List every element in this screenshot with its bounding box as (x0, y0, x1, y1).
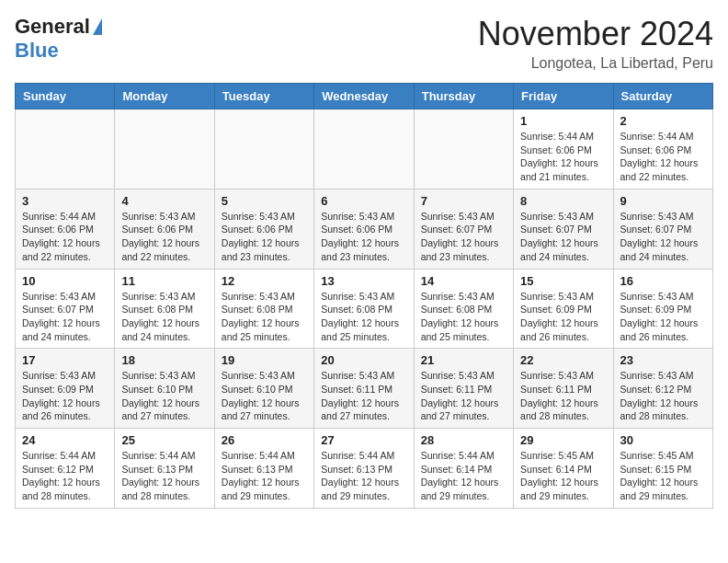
day-number: 4 (121, 194, 207, 208)
day-info: Sunrise: 5:43 AM Sunset: 6:11 PM Dayligh… (520, 369, 606, 423)
day-number: 14 (421, 274, 506, 288)
day-info: Sunrise: 5:43 AM Sunset: 6:12 PM Dayligh… (620, 369, 706, 423)
day-info: Sunrise: 5:43 AM Sunset: 6:11 PM Dayligh… (421, 369, 506, 423)
day-number: 30 (620, 433, 706, 447)
day-cell: 13Sunrise: 5:43 AM Sunset: 6:08 PM Dayli… (314, 269, 414, 349)
day-info: Sunrise: 5:45 AM Sunset: 6:15 PM Dayligh… (620, 449, 706, 503)
day-cell: 22Sunrise: 5:43 AM Sunset: 6:11 PM Dayli… (514, 349, 613, 429)
day-number: 7 (421, 194, 506, 208)
day-cell: 12Sunrise: 5:43 AM Sunset: 6:08 PM Dayli… (214, 269, 313, 349)
day-info: Sunrise: 5:43 AM Sunset: 6:06 PM Dayligh… (321, 210, 406, 264)
day-cell: 3Sunrise: 5:44 AM Sunset: 6:06 PM Daylig… (16, 189, 115, 269)
day-cell: 18Sunrise: 5:43 AM Sunset: 6:10 PM Dayli… (115, 349, 214, 429)
day-cell: 6Sunrise: 5:43 AM Sunset: 6:06 PM Daylig… (314, 189, 414, 269)
day-number: 8 (520, 194, 606, 208)
day-info: Sunrise: 5:44 AM Sunset: 6:13 PM Dayligh… (321, 449, 406, 503)
day-info: Sunrise: 5:43 AM Sunset: 6:09 PM Dayligh… (620, 290, 706, 344)
day-cell (115, 109, 214, 190)
title-section: November 2024 Longotea, La Libertad, Per… (478, 15, 713, 72)
day-number: 28 (421, 433, 506, 447)
day-info: Sunrise: 5:43 AM Sunset: 6:08 PM Dayligh… (121, 290, 207, 344)
logo-blue: Blue (15, 39, 59, 62)
day-cell: 8Sunrise: 5:43 AM Sunset: 6:07 PM Daylig… (514, 189, 613, 269)
header-thursday: Thursday (414, 84, 513, 109)
day-cell: 1Sunrise: 5:44 AM Sunset: 6:06 PM Daylig… (514, 109, 613, 190)
day-number: 19 (222, 353, 307, 367)
day-number: 27 (321, 433, 406, 447)
day-info: Sunrise: 5:43 AM Sunset: 6:06 PM Dayligh… (222, 210, 307, 264)
header-tuesday: Tuesday (214, 84, 313, 109)
calendar-header-row: SundayMondayTuesdayWednesdayThursdayFrid… (16, 84, 713, 109)
day-info: Sunrise: 5:43 AM Sunset: 6:10 PM Dayligh… (222, 369, 307, 423)
day-number: 11 (121, 274, 207, 288)
day-number: 6 (321, 194, 406, 208)
day-cell (414, 109, 513, 190)
day-info: Sunrise: 5:43 AM Sunset: 6:11 PM Dayligh… (321, 369, 406, 423)
day-number: 26 (222, 433, 307, 447)
day-info: Sunrise: 5:43 AM Sunset: 6:07 PM Dayligh… (620, 210, 706, 264)
day-cell: 10Sunrise: 5:43 AM Sunset: 6:07 PM Dayli… (16, 269, 115, 349)
day-info: Sunrise: 5:44 AM Sunset: 6:14 PM Dayligh… (421, 449, 506, 503)
day-cell: 7Sunrise: 5:43 AM Sunset: 6:07 PM Daylig… (414, 189, 513, 269)
day-cell: 28Sunrise: 5:44 AM Sunset: 6:14 PM Dayli… (414, 429, 513, 509)
day-cell: 29Sunrise: 5:45 AM Sunset: 6:14 PM Dayli… (514, 429, 613, 509)
header-wednesday: Wednesday (314, 84, 414, 109)
day-number: 5 (222, 194, 307, 208)
day-info: Sunrise: 5:43 AM Sunset: 6:07 PM Dayligh… (22, 290, 108, 344)
day-number: 13 (321, 274, 406, 288)
day-number: 20 (321, 353, 406, 367)
day-cell (214, 109, 313, 190)
day-number: 24 (22, 433, 108, 447)
day-cell: 19Sunrise: 5:43 AM Sunset: 6:10 PM Dayli… (214, 349, 313, 429)
month-title: November 2024 (478, 15, 713, 53)
header-friday: Friday (514, 84, 613, 109)
day-info: Sunrise: 5:44 AM Sunset: 6:06 PM Dayligh… (22, 210, 108, 264)
day-info: Sunrise: 5:43 AM Sunset: 6:09 PM Dayligh… (22, 369, 108, 423)
day-info: Sunrise: 5:43 AM Sunset: 6:10 PM Dayligh… (121, 369, 207, 423)
calendar-table: SundayMondayTuesdayWednesdayThursdayFrid… (15, 83, 713, 509)
day-cell: 27Sunrise: 5:44 AM Sunset: 6:13 PM Dayli… (314, 429, 414, 509)
day-info: Sunrise: 5:43 AM Sunset: 6:08 PM Dayligh… (421, 290, 506, 344)
day-number: 9 (620, 194, 706, 208)
day-info: Sunrise: 5:44 AM Sunset: 6:06 PM Dayligh… (520, 130, 606, 184)
day-number: 21 (421, 353, 506, 367)
day-info: Sunrise: 5:43 AM Sunset: 6:08 PM Dayligh… (321, 290, 406, 344)
day-cell: 24Sunrise: 5:44 AM Sunset: 6:12 PM Dayli… (16, 429, 115, 509)
day-number: 18 (121, 353, 207, 367)
day-number: 12 (222, 274, 307, 288)
day-cell: 26Sunrise: 5:44 AM Sunset: 6:13 PM Dayli… (214, 429, 313, 509)
day-cell: 14Sunrise: 5:43 AM Sunset: 6:08 PM Dayli… (414, 269, 513, 349)
header-saturday: Saturday (613, 84, 712, 109)
header: General Blue November 2024 Longotea, La … (15, 15, 713, 72)
day-number: 29 (520, 433, 606, 447)
location-title: Longotea, La Libertad, Peru (478, 55, 713, 72)
day-info: Sunrise: 5:43 AM Sunset: 6:08 PM Dayligh… (222, 290, 307, 344)
day-info: Sunrise: 5:43 AM Sunset: 6:06 PM Dayligh… (121, 210, 207, 264)
day-cell: 4Sunrise: 5:43 AM Sunset: 6:06 PM Daylig… (115, 189, 214, 269)
day-info: Sunrise: 5:44 AM Sunset: 6:06 PM Dayligh… (620, 130, 706, 184)
header-sunday: Sunday (16, 84, 115, 109)
week-row-1: 3Sunrise: 5:44 AM Sunset: 6:06 PM Daylig… (16, 189, 713, 269)
day-number: 10 (22, 274, 108, 288)
day-cell: 15Sunrise: 5:43 AM Sunset: 6:09 PM Dayli… (514, 269, 613, 349)
day-number: 22 (520, 353, 606, 367)
day-info: Sunrise: 5:45 AM Sunset: 6:14 PM Dayligh… (520, 449, 606, 503)
day-cell: 25Sunrise: 5:44 AM Sunset: 6:13 PM Dayli… (115, 429, 214, 509)
logo-general: General (15, 15, 90, 39)
day-info: Sunrise: 5:43 AM Sunset: 6:07 PM Dayligh… (421, 210, 506, 264)
week-row-3: 17Sunrise: 5:43 AM Sunset: 6:09 PM Dayli… (16, 349, 713, 429)
logo-triangle-icon (93, 18, 102, 35)
header-monday: Monday (115, 84, 214, 109)
day-cell: 2Sunrise: 5:44 AM Sunset: 6:06 PM Daylig… (613, 109, 712, 190)
day-info: Sunrise: 5:44 AM Sunset: 6:13 PM Dayligh… (222, 449, 307, 503)
day-cell: 30Sunrise: 5:45 AM Sunset: 6:15 PM Dayli… (613, 429, 712, 509)
day-cell: 5Sunrise: 5:43 AM Sunset: 6:06 PM Daylig… (214, 189, 313, 269)
day-cell: 20Sunrise: 5:43 AM Sunset: 6:11 PM Dayli… (314, 349, 414, 429)
day-cell: 23Sunrise: 5:43 AM Sunset: 6:12 PM Dayli… (613, 349, 712, 429)
day-number: 15 (520, 274, 606, 288)
logo: General Blue (15, 15, 103, 63)
week-row-2: 10Sunrise: 5:43 AM Sunset: 6:07 PM Dayli… (16, 269, 713, 349)
day-info: Sunrise: 5:43 AM Sunset: 6:09 PM Dayligh… (520, 290, 606, 344)
day-info: Sunrise: 5:44 AM Sunset: 6:13 PM Dayligh… (121, 449, 207, 503)
day-cell (314, 109, 414, 190)
